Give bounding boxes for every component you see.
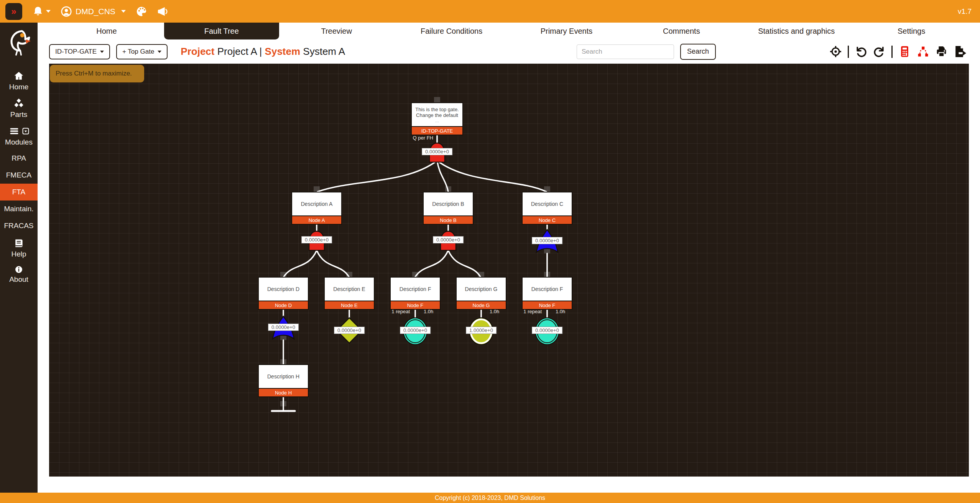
top-gate-metric-label: Q per FH bbox=[413, 135, 433, 141]
project-label: Project bbox=[181, 46, 214, 57]
node-description-box[interactable]: Description E bbox=[324, 277, 375, 301]
user-menu[interactable]: DMD_CNS bbox=[61, 6, 126, 17]
node-id-bar[interactable]: Node E bbox=[324, 301, 375, 310]
print-icon[interactable] bbox=[935, 45, 948, 58]
tree-node-f[interactable]: Description F Node F bbox=[390, 277, 441, 310]
tree-connectors bbox=[49, 64, 969, 477]
sidebar-item-parts[interactable]: Parts bbox=[0, 95, 38, 122]
tab-comments[interactable]: Comments bbox=[624, 23, 739, 39]
sidebar-collapse-button[interactable]: » bbox=[5, 3, 22, 20]
tab-settings[interactable]: Settings bbox=[854, 23, 969, 39]
sidebar-item-label: Maintain. bbox=[4, 205, 33, 213]
project-system-breadcrumb: Project Project A | System System A bbox=[181, 46, 345, 58]
node-description-text: Description F bbox=[400, 286, 431, 293]
tree-node-c[interactable]: Description C Node C bbox=[522, 192, 572, 225]
tree-node-b[interactable]: Description B Node B bbox=[423, 192, 474, 225]
sidebar-item-help[interactable]: Help bbox=[0, 234, 38, 262]
tree-node-d[interactable]: Description D Node D bbox=[258, 277, 309, 310]
search-input[interactable] bbox=[577, 44, 674, 59]
parts-icon bbox=[13, 98, 24, 109]
node-description-text: Description F bbox=[531, 286, 563, 293]
tree-node-h[interactable]: Description H Node H bbox=[258, 364, 309, 397]
tree-node-f-repeat[interactable]: Description F Node F bbox=[522, 277, 572, 310]
app-logo-bird-icon bbox=[7, 29, 31, 57]
tree-node-g[interactable]: Description G Node G bbox=[456, 277, 506, 310]
sidebar-item-about[interactable]: About bbox=[0, 262, 38, 287]
node-id-bar[interactable]: ID-TOP-GATE bbox=[411, 127, 463, 135]
export-icon[interactable] bbox=[954, 45, 966, 58]
user-icon bbox=[61, 6, 72, 17]
sidebar-item-home[interactable]: Home bbox=[0, 67, 38, 95]
gate-select-dropdown[interactable]: ID-TOP-GATE bbox=[49, 44, 110, 59]
tab-treeview[interactable]: Treeview bbox=[279, 23, 394, 39]
footer: Copyright (c) 2018-2023, DMD Solutions bbox=[0, 493, 980, 503]
node-description-text: Description A bbox=[301, 201, 332, 207]
node-description-box[interactable]: Description B bbox=[423, 192, 474, 216]
breadcrumb-separator: | bbox=[260, 46, 262, 57]
calculate-icon[interactable] bbox=[898, 45, 911, 58]
sidebar-item-label: Parts bbox=[10, 110, 27, 119]
sidebar-item-maintain[interactable]: Maintain. bbox=[0, 201, 38, 217]
sidebar-item-label: FMECA bbox=[6, 171, 32, 179]
node-description-box[interactable]: This is the top gate. Change the default… bbox=[411, 102, 463, 127]
node-id-bar[interactable]: Node H bbox=[258, 389, 309, 397]
help-book-icon bbox=[13, 238, 24, 248]
sidebar-item-fmeca[interactable]: FMECA bbox=[0, 167, 38, 184]
redo-icon[interactable] bbox=[873, 45, 886, 58]
diagram-action-icons bbox=[829, 45, 966, 58]
tab-primary-events[interactable]: Primary Events bbox=[509, 23, 624, 39]
node-description-text: Description G bbox=[465, 286, 498, 293]
notifications-menu[interactable] bbox=[32, 6, 51, 17]
modules-dropdown-icon bbox=[22, 128, 29, 135]
node-description-box[interactable]: Description F bbox=[522, 277, 572, 301]
sidebar-item-modules[interactable]: Modules bbox=[0, 122, 38, 150]
add-top-gate-dropdown[interactable]: + Top Gate bbox=[116, 44, 168, 59]
undo-icon[interactable] bbox=[855, 45, 867, 58]
probability-value-label: 0.0000e+0 bbox=[301, 236, 332, 243]
username: DMD_CNS bbox=[76, 7, 115, 16]
node-description-box[interactable]: Description C bbox=[522, 192, 572, 216]
node-id-bar[interactable]: Node D bbox=[258, 301, 309, 310]
sidebar-item-fta[interactable]: FTA bbox=[0, 184, 38, 201]
probability-value-label: 0.0000e+0 bbox=[334, 327, 365, 334]
tab-statistics-and-graphics[interactable]: Statistics and graphics bbox=[739, 23, 854, 39]
announcements-megaphone-icon[interactable] bbox=[157, 6, 169, 17]
copyright-text: Copyright (c) 2018-2023, DMD Solutions bbox=[435, 495, 545, 501]
fault-tree-canvas[interactable]: Press Ctrl+M to maximize. bbox=[49, 64, 969, 477]
sidebar-item-label: Help bbox=[11, 250, 26, 258]
tree-node-a[interactable]: Description A Node A bbox=[291, 192, 342, 225]
sidebar-item-rpa[interactable]: RPA bbox=[0, 150, 38, 167]
node-description-box[interactable]: Description F bbox=[390, 277, 441, 301]
fault-tree-toolbar: ID-TOP-GATE + Top Gate Project Project A… bbox=[38, 39, 980, 64]
center-view-crosshair-icon[interactable] bbox=[829, 45, 842, 58]
tab-fault-tree[interactable]: Fault Tree bbox=[164, 23, 279, 39]
main-panel: Home Fault Tree Treeview Failure Conditi… bbox=[38, 23, 980, 493]
minimal-cutsets-diagram-icon[interactable] bbox=[917, 45, 929, 58]
theme-palette-icon[interactable] bbox=[136, 6, 147, 17]
node-description-box[interactable]: Description D bbox=[258, 277, 309, 301]
maximize-hint-tooltip: Press Ctrl+M to maximize. bbox=[50, 65, 144, 82]
node-id-bar[interactable]: Node A bbox=[291, 216, 342, 225]
repeat-count-label: 1 repeat bbox=[523, 309, 542, 314]
toolbar-divider bbox=[891, 46, 893, 58]
tree-node-top-gate[interactable]: This is the top gate. Change the default… bbox=[411, 102, 463, 135]
tree-node-e[interactable]: Description E Node E bbox=[324, 277, 375, 310]
node-description-box[interactable]: Description A bbox=[291, 192, 342, 216]
info-icon bbox=[15, 265, 23, 274]
sidebar-item-label: FRACAS bbox=[4, 222, 33, 230]
node-more-ellipsis: ... bbox=[435, 119, 439, 123]
node-description-box[interactable]: Description H bbox=[258, 364, 309, 389]
probability-value-label: 0.0000e+0 bbox=[400, 327, 431, 334]
exposure-hours-label: 1.0h bbox=[424, 309, 433, 314]
add-top-gate-label: + Top Gate bbox=[122, 48, 154, 56]
bell-icon bbox=[32, 6, 44, 17]
tab-failure-conditions[interactable]: Failure Conditions bbox=[394, 23, 509, 39]
tab-home[interactable]: Home bbox=[49, 23, 164, 39]
exposure-hours-label: 1.0h bbox=[490, 309, 499, 314]
node-id-bar[interactable]: Node B bbox=[423, 216, 474, 225]
app-version: v1.7 bbox=[958, 7, 972, 16]
sidebar-item-fracas[interactable]: FRACAS bbox=[0, 217, 38, 234]
node-description-box[interactable]: Description G bbox=[456, 277, 506, 301]
node-id-bar[interactable]: Node C bbox=[522, 216, 572, 225]
search-button[interactable]: Search bbox=[680, 44, 716, 60]
